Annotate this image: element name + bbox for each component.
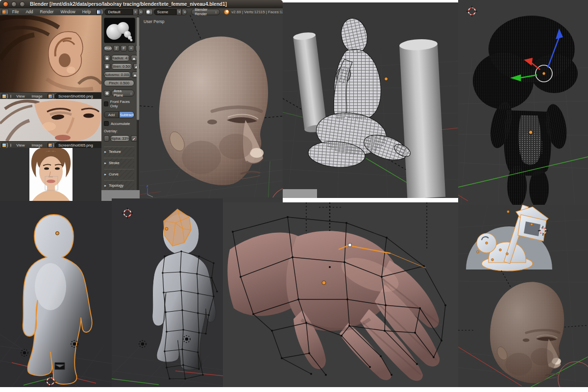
front-faces-only-checkbox[interactable]: Front Faces Only bbox=[104, 99, 134, 108]
image-name-field[interactable]: ScreenShot066.png bbox=[55, 93, 101, 99]
viewport-hand-model[interactable] bbox=[223, 202, 458, 387]
autosmooth-slider[interactable]: Autosmo: 0.000 bbox=[104, 72, 131, 78]
brush-users-button[interactable]: 2 bbox=[113, 45, 120, 51]
front-face-photo-artwork bbox=[0, 148, 101, 201]
face34-photo-artwork bbox=[0, 99, 101, 141]
texture-section-header[interactable]: ►Texture bbox=[104, 147, 134, 156]
screenshot-collage: Blender [/mnt/disk2/data/perso/labo/ray … bbox=[0, 0, 588, 392]
3d-cursor-icon bbox=[122, 208, 133, 219]
humanoid-artwork bbox=[0, 201, 112, 387]
menu-bar: ↕ File Add Render Window Help ↕ Default … bbox=[0, 8, 283, 16]
window-title: Blender [/mnt/disk2/data/perso/labo/ray … bbox=[30, 1, 227, 7]
image-view-menu[interactable]: View bbox=[13, 94, 28, 98]
viewport-black-mesh-creature[interactable] bbox=[458, 0, 588, 205]
3d-cursor-icon bbox=[466, 6, 477, 17]
viewport-kneeling-figure[interactable] bbox=[283, 2, 458, 198]
black-creature-artwork bbox=[458, 0, 588, 205]
kneeling-figure-artwork bbox=[283, 2, 458, 198]
region-merge-widget[interactable] bbox=[10, 144, 11, 147]
curve-section-header[interactable]: ►Curve bbox=[104, 169, 134, 179]
image-datablock-icon[interactable]: ↕ bbox=[48, 142, 55, 148]
delete-scene-button[interactable]: × bbox=[182, 9, 187, 15]
radius-lock-icon[interactable] bbox=[104, 55, 110, 61]
add-scene-button[interactable]: + bbox=[176, 9, 182, 15]
render-engine-selector[interactable]: Blender Render↕ bbox=[191, 9, 220, 15]
brush-name-field[interactable]: Blob bbox=[104, 45, 112, 51]
viewport-retopo-figure[interactable] bbox=[112, 198, 223, 387]
blender-logo-icon bbox=[224, 9, 229, 15]
screen-layout-icon[interactable]: ↕ bbox=[96, 9, 103, 15]
object-origin-dot bbox=[385, 77, 388, 81]
image-datablock-icon[interactable]: ↕ bbox=[48, 93, 55, 99]
menu-render[interactable]: Render bbox=[37, 9, 57, 14]
panel-empty-corner bbox=[283, 189, 317, 198]
sculpt-tool-panel: Blob 2 F + × Radius: 43 Stren: 0.500 Aut… bbox=[101, 15, 140, 201]
radius-slider[interactable]: Radius: 43 bbox=[111, 55, 130, 61]
brush-preview[interactable] bbox=[104, 18, 135, 43]
scene-icon[interactable]: ↕ bbox=[146, 9, 153, 15]
add-brush-button[interactable]: + bbox=[128, 45, 134, 51]
alpha-slider[interactable]: Alpha: 33% bbox=[110, 135, 130, 142]
strength-slider[interactable]: Stren: 0.500 bbox=[111, 63, 132, 70]
image-editor-type-icon[interactable]: ↕ bbox=[1, 93, 9, 99]
pinch-slider[interactable]: Pinch: 0.500 bbox=[104, 80, 134, 86]
hand-artwork bbox=[223, 202, 458, 387]
sculpt-head-artwork: z bbox=[140, 15, 283, 202]
stroke-section-header[interactable]: ►Stroke bbox=[104, 158, 134, 168]
image-name-field[interactable]: ScreenShot065.png bbox=[55, 142, 101, 148]
layout-selector[interactable]: Default bbox=[104, 9, 132, 15]
reference-photo-face-front[interactable] bbox=[0, 148, 101, 201]
menu-help[interactable]: Help bbox=[79, 9, 94, 14]
add-button[interactable]: Add bbox=[104, 111, 119, 118]
menu-window[interactable]: Window bbox=[57, 9, 78, 14]
scene-statistics: v2.69 | Verts:12115 | Faces:12114 | Tris… bbox=[224, 9, 283, 15]
axis-mini-gizmo: z bbox=[147, 184, 153, 197]
viewport-humanoid-figure[interactable] bbox=[0, 201, 112, 387]
overlay-label: Overlay: bbox=[104, 129, 134, 133]
reference-photo-ear[interactable] bbox=[0, 15, 101, 92]
region-merge-widget[interactable] bbox=[10, 95, 11, 98]
close-layout-button[interactable]: × bbox=[138, 9, 144, 15]
window-minimize-button[interactable] bbox=[11, 1, 17, 7]
retopo-artwork bbox=[112, 198, 223, 387]
image-view-menu[interactable]: View bbox=[13, 143, 28, 147]
robot-model bbox=[466, 205, 552, 271]
accumulate-checkbox[interactable]: Accumulate bbox=[104, 121, 134, 126]
menu-file[interactable]: File bbox=[9, 9, 23, 14]
object-origin-dot bbox=[56, 232, 59, 235]
overlay-toggle-icon[interactable] bbox=[104, 135, 109, 142]
menu-add[interactable]: Add bbox=[22, 9, 36, 14]
direction-toggle: Add Subtract bbox=[104, 111, 134, 118]
subtract-button[interactable]: Subtract bbox=[119, 111, 134, 118]
lamp-icon[interactable] bbox=[139, 341, 146, 347]
add-layout-button[interactable]: + bbox=[133, 9, 138, 15]
hand-surface bbox=[227, 231, 441, 381]
radius-pressure-icon[interactable] bbox=[131, 55, 137, 61]
window-maximize-button[interactable] bbox=[20, 1, 25, 7]
viewport-seam bbox=[223, 197, 283, 202]
window-close-button[interactable] bbox=[3, 1, 8, 7]
window-title-bar: Blender [/mnt/disk2/data/perso/labo/ray … bbox=[0, 0, 283, 8]
scene-selector[interactable]: Scene bbox=[154, 9, 177, 15]
sculpt-plane-icon[interactable] bbox=[104, 90, 110, 97]
strength-lock-icon[interactable] bbox=[104, 63, 110, 70]
image-image-menu[interactable]: Image bbox=[28, 94, 46, 98]
robot-head-artwork bbox=[458, 205, 588, 387]
viewport-robot-and-head[interactable] bbox=[458, 205, 588, 387]
panel-scrollbar[interactable] bbox=[137, 16, 139, 198]
object-origin-dot bbox=[322, 281, 326, 285]
reference-photo-face-34[interactable] bbox=[0, 99, 101, 141]
ear-photo-artwork bbox=[0, 15, 101, 92]
sculpt-plane-dropdown[interactable]: Area Plane↕ bbox=[111, 90, 134, 97]
viewport-sculpt-head[interactable]: z User Persp bbox=[140, 15, 283, 202]
image-editor-type-icon[interactable]: ↕ bbox=[1, 142, 9, 148]
editor-type-icon[interactable]: ↕ bbox=[1, 9, 9, 15]
svg-text:z: z bbox=[147, 184, 148, 188]
viewport-label: User Persp bbox=[144, 19, 165, 24]
image-image-menu[interactable]: Image bbox=[28, 143, 46, 147]
brush-fake-user-button[interactable]: F bbox=[121, 45, 127, 51]
topology-section-header[interactable]: ►Topology bbox=[104, 180, 134, 190]
lamp-icon[interactable] bbox=[21, 349, 28, 356]
